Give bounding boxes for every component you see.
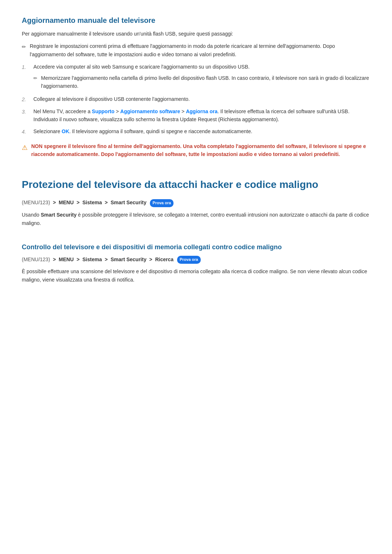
- nav3-sep4: >: [149, 257, 154, 262]
- step-1-num: 1.: [22, 63, 30, 71]
- bullet-item-1: ✏ Registrare le impostazioni correnti pr…: [22, 42, 370, 58]
- bullet-text-1: Registrare le impostazioni correnti prim…: [30, 42, 370, 58]
- badge-prova-2[interactable]: Prova ora: [177, 256, 201, 264]
- section2-title: Protezione del televisore da attacchi ha…: [22, 177, 370, 193]
- smart-security-link-1: Smart Security: [41, 212, 77, 218]
- nav3-sep3: >: [105, 257, 109, 262]
- step-3: 3. Nel Menu TV, accedere a Supporto > Ag…: [22, 107, 370, 124]
- step-3-content: Nel Menu TV, accedere a Supporto > Aggio…: [33, 107, 370, 124]
- nav2-sep1: >: [53, 200, 57, 205]
- step-2: 2. Collegare al televisore il dispositiv…: [22, 95, 370, 103]
- link-aggiornamento-software[interactable]: Aggiornamento software: [120, 108, 180, 114]
- step-2-text: Collegare al televisore il dispositivo U…: [33, 96, 190, 102]
- badge-prova-1[interactable]: Prova ora: [150, 199, 173, 207]
- link-supporto[interactable]: Supporto: [92, 108, 114, 114]
- nav2-sep2: >: [77, 200, 81, 205]
- nav2-item2: Sistema: [82, 200, 102, 205]
- step-1: 1. Accedere via computer al sito web Sam…: [22, 63, 370, 91]
- nav2-sep3: >: [105, 200, 109, 205]
- section3-body: È possibile effettuare una scansione del…: [22, 267, 370, 284]
- sep2: >: [181, 108, 186, 114]
- step-1-nested-text: Memorizzare l'aggiornamento nella cartel…: [41, 74, 370, 90]
- section3-title: Controllo del televisore e dei dispositi…: [22, 242, 370, 253]
- step-1-content: Accedere via computer al sito web Samsun…: [33, 63, 370, 91]
- step-3-num: 3.: [22, 108, 30, 116]
- nav2-prefix: (MENU/123): [22, 200, 50, 205]
- step-4-content: Selezionare OK. Il televisore aggiorna i…: [33, 127, 370, 135]
- sep1: >: [116, 108, 120, 114]
- pencil-icon-1: ✏: [22, 43, 26, 51]
- section3-nav: (MENU/123) > MENU > Sistema > Smart Secu…: [22, 255, 370, 264]
- link-aggiorna-ora[interactable]: Aggiorna ora: [186, 108, 217, 114]
- section-scan: Controllo del televisore e dei dispositi…: [22, 242, 370, 284]
- pencil-icon-nested: ✏: [33, 75, 37, 82]
- section-manual-update: Aggiornamento manuale del televisore Per…: [22, 15, 370, 159]
- nav3-sep2: >: [77, 257, 81, 262]
- step-2-content: Collegare al televisore il dispositivo U…: [33, 95, 370, 103]
- section1-intro: Per aggiornare manualmente il televisore…: [22, 30, 370, 38]
- nav3-sep1: >: [53, 257, 57, 262]
- step-4: 4. Selezionare OK. Il televisore aggiorn…: [22, 127, 370, 136]
- section2-nav: (MENU/123) > MENU > Sistema > Smart Secu…: [22, 198, 370, 207]
- nav3-item1: MENU: [59, 257, 74, 262]
- step-1-nested: ✏ Memorizzare l'aggiornamento nella cart…: [33, 74, 370, 90]
- nav3-item3: Smart Security: [111, 257, 147, 262]
- section1-title: Aggiornamento manuale del televisore: [22, 15, 370, 26]
- nav3-prefix: (MENU/123): [22, 257, 50, 262]
- link-ok[interactable]: OK: [62, 128, 69, 134]
- nav3-item4: Ricerca: [155, 257, 173, 262]
- section2-body: Usando Smart Security è possibile proteg…: [22, 211, 370, 227]
- step-1-text: Accedere via computer al sito web Samsun…: [33, 64, 250, 70]
- step-4-num: 4.: [22, 128, 30, 136]
- ordered-steps: 1. Accedere via computer al sito web Sam…: [22, 63, 370, 136]
- warning-box: ⚠ NON spegnere il televisore fino al ter…: [22, 142, 370, 159]
- step-1-nested-item: ✏ Memorizzare l'aggiornamento nella cart…: [33, 74, 370, 90]
- warning-icon: ⚠: [22, 143, 28, 153]
- nav2-item1: MENU: [59, 200, 74, 205]
- section-protection: Protezione del televisore da attacchi ha…: [22, 177, 370, 227]
- bullet-list-1: ✏ Registrare le impostazioni correnti pr…: [22, 42, 370, 58]
- step-2-num: 2.: [22, 95, 30, 103]
- nav3-item2: Sistema: [82, 257, 102, 262]
- nav2-item3: Smart Security: [111, 200, 147, 205]
- warning-text: NON spegnere il televisore fino al termi…: [31, 142, 370, 159]
- step-4-text-post: . Il televisore aggiorna il software, qu…: [69, 128, 252, 134]
